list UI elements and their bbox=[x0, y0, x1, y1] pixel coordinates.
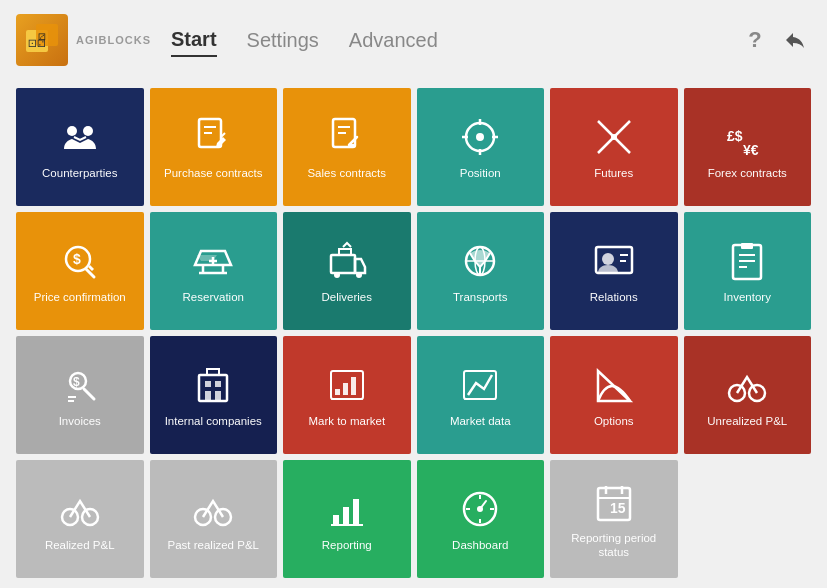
nav-settings[interactable]: Settings bbox=[247, 25, 319, 56]
svg-rect-39 bbox=[199, 375, 227, 401]
tile-inventory-label: Inventory bbox=[724, 291, 771, 305]
svg-rect-21 bbox=[331, 255, 355, 273]
tile-transports[interactable]: Transports bbox=[417, 212, 545, 330]
tile-reservation[interactable]: Reservation bbox=[150, 212, 278, 330]
tile-mark-to-market[interactable]: Mark to market bbox=[283, 336, 411, 454]
tile-options[interactable]: Options bbox=[550, 336, 678, 454]
tile-price-confirmation[interactable]: $ Price confirmation bbox=[16, 212, 144, 330]
tile-sales-contracts-label: Sales contracts bbox=[307, 167, 386, 181]
svg-text:⚂: ⚂ bbox=[38, 32, 46, 42]
internal-companies-icon bbox=[189, 361, 237, 409]
tiles-grid: Counterparties Purchase contracts Sales … bbox=[0, 80, 827, 586]
svg-rect-41 bbox=[215, 381, 221, 387]
tile-past-realized-pl[interactable]: Past realized P&L bbox=[150, 460, 278, 578]
tile-inventory[interactable]: Inventory bbox=[684, 212, 812, 330]
nav-tabs: Start Settings Advanced bbox=[171, 24, 438, 57]
tile-invoices[interactable]: $ Invoices bbox=[16, 336, 144, 454]
tile-dashboard-label: Dashboard bbox=[452, 539, 508, 553]
mark-to-market-icon bbox=[323, 361, 371, 409]
tile-reporting-label: Reporting bbox=[322, 539, 372, 553]
tile-futures-label: Futures bbox=[594, 167, 633, 181]
svg-rect-47 bbox=[351, 377, 356, 395]
tile-dashboard[interactable]: Dashboard bbox=[417, 460, 545, 578]
unrealized-pl-icon bbox=[723, 361, 771, 409]
tile-deliveries-label: Deliveries bbox=[322, 291, 373, 305]
past-realized-pl-icon bbox=[189, 485, 237, 533]
tile-realized-pl-label: Realized P&L bbox=[45, 539, 115, 553]
inventory-icon bbox=[723, 237, 771, 285]
nav-advanced[interactable]: Advanced bbox=[349, 25, 438, 56]
tile-invoices-label: Invoices bbox=[59, 415, 101, 429]
tile-reporting-period-status[interactable]: 15 Reporting period status bbox=[550, 460, 678, 578]
tile-purchase-contracts-label: Purchase contracts bbox=[164, 167, 262, 181]
tile-unrealized-pl-label: Unrealized P&L bbox=[707, 415, 787, 429]
tile-options-label: Options bbox=[594, 415, 634, 429]
logo-text: AGIBLOCKS bbox=[76, 34, 151, 46]
logo-icon: ⚀⚁ ⚂ bbox=[22, 20, 62, 60]
header-icons: ? bbox=[739, 24, 811, 56]
svg-rect-57 bbox=[333, 515, 339, 525]
tile-market-data[interactable]: Market data bbox=[417, 336, 545, 454]
tile-purchase-contracts[interactable]: Purchase contracts bbox=[150, 88, 278, 206]
relations-icon bbox=[590, 237, 638, 285]
tile-unrealized-pl[interactable]: Unrealized P&L bbox=[684, 336, 812, 454]
tile-past-realized-pl-label: Past realized P&L bbox=[168, 539, 259, 553]
tile-market-data-label: Market data bbox=[450, 415, 511, 429]
header: ⚀⚁ ⚂ AGIBLOCKS Start Settings Advanced ? bbox=[0, 0, 827, 80]
forex-icon: £$ ¥€ bbox=[723, 113, 771, 161]
svg-point-22 bbox=[334, 272, 340, 278]
transports-icon bbox=[456, 237, 504, 285]
svg-point-4 bbox=[67, 126, 77, 136]
help-icon[interactable]: ? bbox=[739, 24, 771, 56]
tile-relations-label: Relations bbox=[590, 291, 638, 305]
svg-rect-58 bbox=[343, 507, 349, 525]
svg-text:¥€: ¥€ bbox=[743, 142, 759, 158]
tile-transports-label: Transports bbox=[453, 291, 508, 305]
app-container: ⚀⚁ ⚂ AGIBLOCKS Start Settings Advanced ? bbox=[0, 0, 827, 586]
tile-reporting-period-status-label: Reporting period status bbox=[558, 532, 670, 560]
tile-reservation-label: Reservation bbox=[183, 291, 244, 305]
sales-contracts-icon bbox=[323, 113, 371, 161]
options-icon bbox=[590, 361, 638, 409]
svg-text:$: $ bbox=[73, 375, 80, 389]
svg-line-38 bbox=[84, 389, 94, 399]
svg-text:£$: £$ bbox=[727, 128, 743, 144]
logout-icon[interactable] bbox=[779, 24, 811, 56]
svg-point-28 bbox=[602, 253, 614, 265]
reservation-icon bbox=[189, 237, 237, 285]
reporting-period-status-icon: 15 bbox=[590, 478, 638, 526]
logo-box: ⚀⚁ ⚂ bbox=[16, 14, 68, 66]
tile-reporting[interactable]: Reporting bbox=[283, 460, 411, 578]
svg-rect-35 bbox=[741, 243, 753, 249]
tile-forex-contracts[interactable]: £$ ¥€ Forex contracts bbox=[684, 88, 812, 206]
tile-internal-companies-label: Internal companies bbox=[165, 415, 262, 429]
tile-realized-pl[interactable]: Realized P&L bbox=[16, 460, 144, 578]
tile-price-confirmation-label: Price confirmation bbox=[34, 291, 126, 305]
market-data-icon bbox=[456, 361, 504, 409]
reporting-icon bbox=[323, 485, 371, 533]
tile-position[interactable]: Position bbox=[417, 88, 545, 206]
futures-icon bbox=[590, 113, 638, 161]
purchase-contracts-icon bbox=[189, 113, 237, 161]
svg-text:15: 15 bbox=[610, 500, 626, 516]
svg-point-9 bbox=[476, 133, 484, 141]
svg-rect-43 bbox=[215, 391, 221, 401]
position-icon bbox=[456, 113, 504, 161]
svg-point-16 bbox=[611, 134, 617, 140]
nav-start[interactable]: Start bbox=[171, 24, 217, 57]
svg-text:$: $ bbox=[73, 251, 81, 267]
deliveries-icon bbox=[323, 237, 371, 285]
counterparties-icon bbox=[56, 113, 104, 161]
tile-deliveries[interactable]: Deliveries bbox=[283, 212, 411, 330]
svg-rect-42 bbox=[205, 391, 211, 401]
realized-pl-icon bbox=[56, 485, 104, 533]
svg-point-23 bbox=[356, 272, 362, 278]
svg-rect-59 bbox=[353, 499, 359, 525]
tile-futures[interactable]: Futures bbox=[550, 88, 678, 206]
logo-area: ⚀⚁ ⚂ AGIBLOCKS bbox=[16, 14, 151, 66]
tile-position-label: Position bbox=[460, 167, 501, 181]
tile-counterparties[interactable]: Counterparties bbox=[16, 88, 144, 206]
tile-internal-companies[interactable]: Internal companies bbox=[150, 336, 278, 454]
tile-relations[interactable]: Relations bbox=[550, 212, 678, 330]
tile-sales-contracts[interactable]: Sales contracts bbox=[283, 88, 411, 206]
